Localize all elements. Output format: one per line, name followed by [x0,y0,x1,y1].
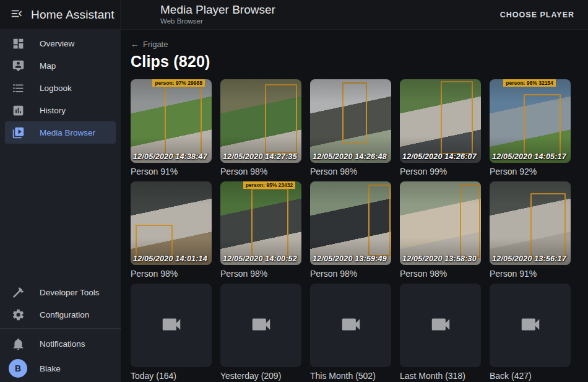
clip-timestamp-overlay: 12/05/2020 14:05:17 [492,152,566,161]
sidebar-item-overview[interactable]: Overview [5,32,116,54]
bell-icon [11,337,25,350]
clip-card[interactable]: 12/05/2020 14:01:14 Person 98% [131,181,212,279]
folder-caption: Today (164) [131,371,212,381]
folder-card-2[interactable]: This Month (502) [310,284,391,381]
app-title: Home Assistant [31,8,115,22]
folder-thumbnail[interactable] [131,284,212,367]
clip-card[interactable]: 12/05/2020 13:56:17 Person 91% [490,181,571,279]
sidebar-item-history[interactable]: History [5,99,116,121]
sidebar-spacer [0,144,121,281]
media-browser-content: ← Frigate Clips (820) person: 97% 29988 … [121,30,588,382]
clip-caption: Person 98% [310,167,391,176]
folder-thumbnail[interactable] [310,284,391,367]
hammer-icon [11,285,25,299]
clip-thumbnail[interactable]: person: 95% 23432 12/05/2020 14:00:52 [220,181,301,265]
sidebar-secondary-nav: Developer Tools Configuration [0,281,121,326]
detection-box [441,81,473,155]
avatar: B [9,359,27,378]
media-grid: person: 97% 29988 12/05/2020 14:38:47 Pe… [131,79,588,381]
folder-caption: Back (427) [490,371,571,381]
app-body: Overview Map Logbook History Media Brows… [0,30,588,382]
video-camera-icon [429,313,452,339]
folder-card-1[interactable]: Yesterday (209) [220,284,301,381]
video-camera-icon [339,313,363,339]
detection-box [368,184,390,256]
folder-card-4[interactable]: Back (427) [490,284,571,381]
clip-thumbnail[interactable]: 12/05/2020 14:26:48 [310,79,391,163]
detection-box [524,94,561,156]
chart-box-icon [11,103,25,117]
sidebar-item-label: Notifications [40,339,85,349]
clip-thumbnail[interactable]: 12/05/2020 13:58:30 [400,181,481,265]
folder-card-0[interactable]: Today (164) [131,284,212,381]
clip-card[interactable]: 12/05/2020 13:58:30 Person 98% [400,181,481,279]
sidebar-item-notifications[interactable]: Notifications [5,331,116,356]
clip-card[interactable]: 12/05/2020 14:26:48 Person 98% [310,79,391,176]
clip-thumbnail[interactable]: 12/05/2020 14:26:07 [400,79,481,163]
folder-caption: This Month (502) [310,371,391,381]
clip-caption: Person 98% [131,269,212,279]
clip-thumbnail[interactable]: person: 96% 32154 12/05/2020 14:05:17 [490,79,571,163]
folder-thumbnail[interactable] [220,284,301,367]
clip-timestamp-overlay: 12/05/2020 13:56:17 [492,254,566,263]
choose-player-button[interactable]: CHOOSE PLAYER [495,6,579,24]
detection-label-chip: person: 95% 23432 [243,181,296,189]
sidebar-item-developer-tools[interactable]: Developer Tools [5,281,116,303]
video-camera-icon [160,313,183,339]
format-list-bulleted-icon [11,81,25,95]
clip-timestamp-overlay: 12/05/2020 14:00:52 [223,254,297,263]
sidebar-bottom: Developer Tools Configuration Notificati… [0,281,121,382]
clip-card[interactable]: 12/05/2020 13:59:49 Person 98% [310,181,391,279]
folder-caption: Last Month (318) [400,371,481,381]
clip-card[interactable]: person: 97% 29988 12/05/2020 14:38:47 Pe… [131,79,212,176]
clip-card[interactable]: 12/05/2020 14:26:07 Person 99% [400,79,481,176]
tooltip-account-icon [11,59,25,72]
sidebar-item-logbook[interactable]: Logbook [5,77,116,99]
video-camera-icon [519,313,542,339]
folder-thumbnail[interactable] [490,284,571,367]
sidebar-nav: Overview Map Logbook History Media Brows… [0,32,121,144]
clip-thumbnail[interactable]: 12/05/2020 13:59:49 [310,181,391,265]
menu-open-icon [10,7,24,22]
user-name: Blake [40,364,61,373]
clip-card[interactable]: 12/05/2020 14:27:35 Person 98% [220,79,301,176]
clip-timestamp-overlay: 12/05/2020 14:26:07 [402,152,477,161]
sidebar-item-user[interactable]: B Blake [5,356,116,381]
clip-caption: Person 98% [310,269,391,279]
view-dashboard-icon [11,37,25,50]
detection-box [165,86,202,156]
clip-caption: Person 99% [400,167,481,176]
sidebar-divider [0,328,121,329]
folder-caption: Yesterday (209) [220,371,301,381]
clip-caption: Person 92% [490,167,571,176]
gear-icon [11,308,25,321]
clip-thumbnail[interactable]: 12/05/2020 14:27:35 [220,79,301,163]
breadcrumb-back-frigate[interactable]: ← Frigate [131,39,168,49]
breadcrumb-label: Frigate [143,40,168,49]
clip-thumbnail[interactable]: person: 97% 29988 12/05/2020 14:38:47 [131,79,212,163]
detection-box [342,82,366,142]
clip-timestamp-overlay: 12/05/2020 14:38:47 [133,152,207,161]
sidebar-toggle-button[interactable] [7,4,26,25]
clip-caption: Person 98% [220,269,301,279]
clip-thumbnail[interactable]: 12/05/2020 13:56:17 [490,181,571,265]
page-title: Media Player Browser [160,3,275,17]
folder-thumbnail[interactable] [400,284,481,367]
sidebar-item-map[interactable]: Map [5,54,116,77]
clip-timestamp-overlay: 12/05/2020 14:27:35 [223,152,297,161]
detection-box [251,188,288,258]
detection-label-chip: person: 97% 29988 [152,79,205,87]
clip-timestamp-overlay: 12/05/2020 14:26:48 [313,152,387,161]
sidebar-item-media-browser[interactable]: Media Browser [5,121,116,144]
clip-card[interactable]: person: 95% 23432 12/05/2020 14:00:52 Pe… [220,181,301,279]
page-title-block: Media Player Browser Web Browser [160,3,275,25]
sidebar-item-configuration[interactable]: Configuration [5,303,116,326]
back-arrow-icon: ← [131,39,139,49]
clip-timestamp-overlay: 12/05/2020 13:59:49 [313,254,387,263]
clip-card[interactable]: person: 96% 32154 12/05/2020 14:05:17 Pe… [490,79,571,176]
page-heading: Clips (820) [131,53,588,71]
sidebar: Overview Map Logbook History Media Brows… [0,30,121,382]
clip-timestamp-overlay: 12/05/2020 14:01:14 [133,254,207,263]
folder-card-3[interactable]: Last Month (318) [400,284,481,381]
clip-thumbnail[interactable]: 12/05/2020 14:01:14 [131,181,212,265]
